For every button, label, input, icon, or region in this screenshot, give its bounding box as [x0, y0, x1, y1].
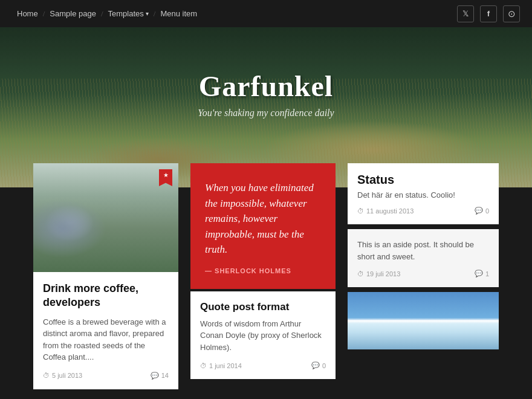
status-comments: 💬 0: [475, 207, 489, 215]
hero-subtitle: You're shaking my confidence daily: [198, 108, 334, 118]
aside-date: 19 juli 2013: [357, 270, 400, 277]
post1-meta: 5 juli 2013 💬 14: [43, 372, 169, 380]
comment-icon-2: 💬: [311, 362, 320, 369]
bottom-image-card: [348, 292, 499, 349]
aside-card: This is an aside post. It should be shor…: [348, 229, 499, 287]
quote-card: When you have eliminated the impossible,…: [190, 163, 336, 289]
comment-icon-4: 💬: [475, 270, 483, 277]
quote-text: When you have eliminated the impossible,…: [205, 180, 321, 258]
hero-section: Garfunkel You're shaking my confidence d…: [0, 0, 532, 187]
status-card: Status Det här är en status. Coolio! 11 …: [348, 163, 499, 224]
quote-post-meta: 1 juni 2014 💬 0: [200, 362, 326, 369]
post1-comments: 💬 14: [151, 372, 169, 380]
column-1: ★ Drink more coffee, developers Coffee i…: [33, 163, 178, 389]
clock-icon-3: [357, 207, 364, 215]
post1-title[interactable]: Drink more coffee, developers: [43, 282, 169, 310]
comment-icon-3: 💬: [475, 207, 483, 215]
twitter-icon[interactable]: 𝕏: [457, 5, 474, 22]
comment-icon: 💬: [151, 372, 159, 380]
aside-comments: 💬 1: [475, 270, 489, 277]
post1-excerpt: Coffee is a brewed beverage with a disti…: [43, 316, 169, 363]
nav-templates[interactable]: Templates ▾: [103, 9, 154, 18]
quote-post-title[interactable]: Quote post format: [200, 301, 326, 313]
column-3: Status Det här är en status. Coolio! 11 …: [348, 163, 499, 349]
quote-post-comments: 💬 0: [311, 362, 326, 369]
hero-title: Garfunkel: [198, 70, 334, 103]
status-date: 11 augusti 2013: [357, 207, 414, 215]
nav-left: Home / Sample page / Templates ▾ / Menu …: [12, 9, 457, 19]
cards-section: ★ Drink more coffee, developers Coffee i…: [0, 163, 532, 399]
mountain-scene: [348, 292, 499, 349]
column-2: When you have eliminated the impossible,…: [190, 163, 336, 379]
clock-icon-2: [200, 362, 207, 369]
nav-social: 𝕏 f ⊙: [457, 5, 520, 22]
quote-post-date: 1 juni 2014: [200, 362, 242, 369]
clock-icon-4: [357, 270, 364, 277]
chevron-down-icon: ▾: [146, 10, 149, 17]
quote-post-card: Quote post format Words of wisdom from A…: [190, 291, 336, 380]
instagram-icon[interactable]: ⊙: [503, 5, 520, 22]
status-title[interactable]: Status: [357, 173, 489, 187]
facebook-icon[interactable]: f: [480, 5, 497, 22]
status-meta: 11 augusti 2013 💬 0: [357, 207, 489, 215]
post1-image: ★: [33, 163, 178, 272]
status-text: Det här är en status. Coolio!: [357, 190, 489, 199]
quote-author: — SHERLOCK HOLMES: [205, 267, 321, 274]
post1-date: 5 juli 2013: [43, 372, 82, 379]
clock-icon: [43, 372, 50, 379]
post1-image-bg: [33, 163, 178, 272]
navbar: Home / Sample page / Templates ▾ / Menu …: [0, 0, 532, 27]
aside-meta: 19 juli 2013 💬 1: [357, 270, 489, 277]
aside-text: This is an aside post. It should be shor…: [357, 239, 489, 262]
nav-menu-item[interactable]: Menu item: [155, 9, 202, 18]
hero-content: Garfunkel You're shaking my confidence d…: [198, 70, 334, 118]
nav-home[interactable]: Home: [12, 9, 43, 18]
nav-sample-page[interactable]: Sample page: [45, 9, 101, 18]
post1-text-area: Drink more coffee, developers Coffee is …: [33, 272, 178, 389]
quote-post-excerpt: Words of wisdom from Arthur Conan Doyle …: [200, 318, 326, 354]
